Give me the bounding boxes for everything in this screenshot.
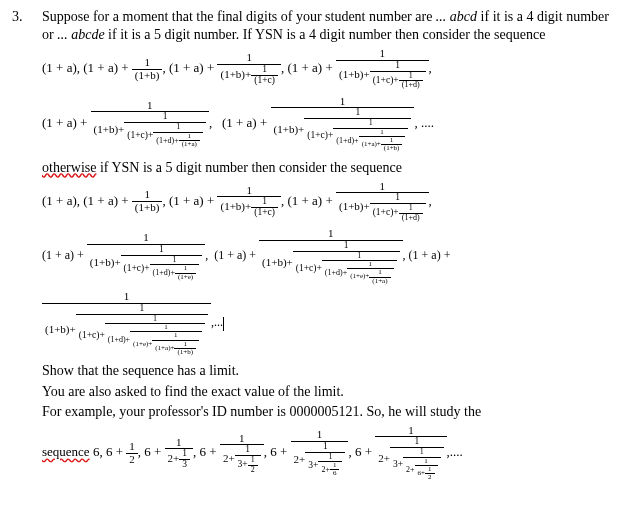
term1: (1 + a),	[42, 60, 80, 75]
den-b: (1+b)	[132, 70, 163, 82]
abcd: ... abcd	[436, 9, 481, 24]
term6a: (1 + a) +	[222, 115, 271, 130]
comma: ,	[162, 60, 165, 75]
intro-text-3: if it is a 5 digit number. If YSN is a 4…	[108, 27, 545, 42]
seq5-line1: (1 + a), (1 + a) + 1(1+b), (1 + a) + 1(1…	[42, 181, 620, 222]
question-row: 3. Suppose for a moment that the final d…	[12, 8, 620, 488]
num: 1	[132, 57, 163, 70]
num: 1	[217, 52, 280, 65]
den: (1+b)+1(1+c)	[217, 65, 280, 86]
intro-paragraph: Suppose for a moment that the final digi…	[42, 8, 620, 44]
comma: ,	[281, 60, 284, 75]
show-line3: For example, your professor's ID number …	[42, 403, 620, 421]
sequence-word: sequence	[42, 444, 90, 459]
example-sequence: sequence 6, 6 + 12, 6 + 12+13, 6 + 12+13…	[42, 425, 620, 482]
seq5-line3: 1(1+b)+1(1+c)+1(1+d)+1(1+e)+1(1+a)+1(1+b…	[42, 291, 620, 356]
seq4-line2: (1 + a) + 1(1+b)+1(1+c)+1(1+d)+1(1+a), (…	[42, 96, 620, 153]
seq5-line2: (1 + a) + 1(1+b)+1(1+c)+1(1+d)+1(1+e), (…	[42, 228, 620, 285]
question-body: Suppose for a moment that the final digi…	[42, 8, 620, 488]
dots: , ....	[414, 115, 434, 130]
show-line2: You are also asked to find the exact val…	[42, 383, 620, 401]
otherwise: otherwise	[42, 160, 96, 175]
question-number: 3.	[12, 8, 30, 488]
term5a: (1 + a) +	[42, 115, 91, 130]
term4a: (1 + a) +	[287, 60, 336, 75]
otherwise-paragraph: otherwise if YSN is a 5 digit number the…	[42, 159, 620, 177]
term3a: (1 + a) +	[169, 60, 218, 75]
term2a: (1 + a) +	[83, 60, 132, 75]
otherwise-text: if YSN is a 5 digit number then consider…	[96, 160, 401, 175]
ex-pre: 6, 6 +	[90, 444, 127, 459]
intro-text-1: Suppose for a moment that the final digi…	[42, 9, 436, 24]
abcde: ... abcde	[57, 27, 108, 42]
show-line1: Show that the sequence has a limit.	[42, 362, 620, 380]
seq4-line1: (1 + a), (1 + a) + 1(1+b), (1 + a) + 1(1…	[42, 48, 620, 89]
comma: ,	[429, 60, 432, 75]
text-cursor	[223, 317, 224, 331]
page: 3. Suppose for a moment that the final d…	[0, 0, 640, 496]
